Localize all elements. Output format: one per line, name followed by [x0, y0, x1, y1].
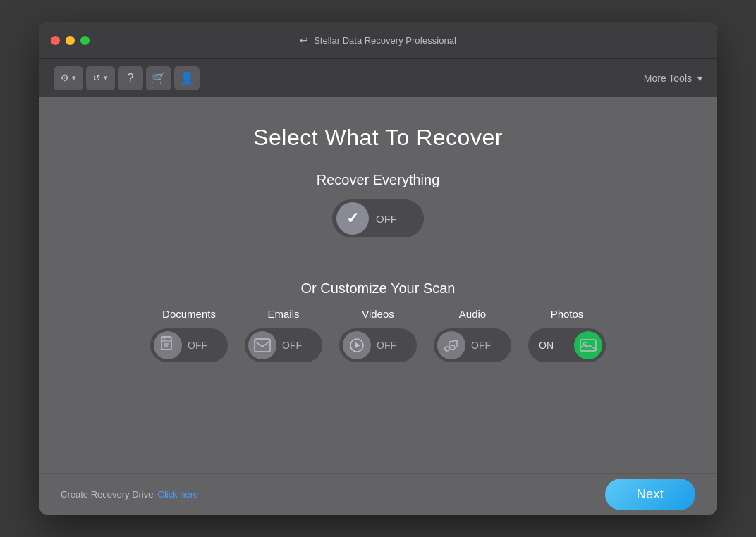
emails-label: Emails	[267, 308, 299, 320]
more-tools-chevron-icon: ▾	[697, 73, 702, 84]
more-tools-label: More Tools	[644, 73, 692, 84]
videos-toggle-label: OFF	[371, 340, 402, 351]
video-icon	[349, 338, 365, 353]
recover-everything-section: Recover Everything ✓ OFF	[317, 172, 440, 237]
photos-toggle[interactable]: ON	[528, 328, 606, 362]
documents-toggle-label: OFF	[182, 340, 213, 351]
app-window: ↩ Stellar Data Recovery Professional ⚙ ▾…	[39, 22, 717, 515]
audio-knob	[437, 331, 465, 359]
audio-icon	[443, 338, 460, 353]
help-button[interactable]: ?	[118, 66, 143, 90]
file-types-row: Documents OFF Emails	[150, 308, 606, 362]
photos-toggle-label: ON	[532, 340, 559, 351]
help-icon: ?	[128, 72, 134, 85]
app-icon: ↩	[300, 35, 308, 46]
documents-item: Documents OFF	[150, 308, 228, 362]
videos-toggle[interactable]: OFF	[339, 328, 417, 362]
maximize-button[interactable]	[80, 36, 90, 45]
recover-everything-toggle[interactable]: ✓ OFF	[332, 199, 424, 237]
toolbar: ⚙ ▾ ↺ ▾ ? 🛒 👤 More Tools ▾	[39, 58, 717, 97]
history-icon: ↺	[93, 73, 101, 83]
customize-scan-label: Or Customize Your Scan	[301, 280, 456, 297]
bottom-bar: Create Recovery Drive Click here Next	[39, 473, 717, 515]
emails-toggle-label: OFF	[276, 340, 307, 351]
settings-icon: ⚙	[61, 73, 69, 83]
documents-knob	[154, 331, 182, 359]
videos-label: Videos	[362, 308, 394, 320]
svg-marker-5	[355, 342, 360, 348]
audio-item: Audio OFF	[434, 308, 511, 362]
history-button[interactable]: ↺ ▾	[86, 66, 115, 90]
minimize-button[interactable]	[66, 36, 75, 45]
videos-knob	[343, 331, 371, 359]
svg-rect-3	[255, 339, 270, 352]
window-title: Stellar Data Recovery Professional	[314, 35, 456, 46]
photos-label: Photos	[551, 308, 584, 320]
window-title-area: ↩ Stellar Data Recovery Professional	[300, 35, 456, 46]
doc-icon	[160, 336, 176, 354]
svg-rect-0	[161, 337, 171, 350]
page-title: Select What To Recover	[253, 125, 503, 151]
main-content: Select What To Recover Recover Everythin…	[39, 97, 717, 473]
recovery-drive-area: Create Recovery Drive Click here	[61, 489, 198, 500]
check-icon: ✓	[346, 209, 359, 228]
photo-icon	[580, 338, 597, 352]
audio-toggle[interactable]: OFF	[434, 328, 511, 362]
videos-item: Videos OFF	[339, 308, 417, 362]
recover-everything-knob[interactable]: ✓	[336, 202, 369, 235]
toolbar-left: ⚙ ▾ ↺ ▾ ? 🛒 👤	[54, 66, 200, 90]
documents-toggle[interactable]: OFF	[150, 328, 228, 362]
emails-toggle[interactable]: OFF	[245, 328, 322, 362]
recover-everything-label: Recover Everything	[317, 172, 440, 188]
settings-button[interactable]: ⚙ ▾	[54, 66, 83, 90]
photos-knob	[574, 331, 602, 359]
email-icon	[254, 338, 271, 352]
audio-label: Audio	[459, 308, 486, 320]
traffic-lights	[51, 36, 90, 45]
account-button[interactable]: 👤	[174, 66, 200, 90]
emails-item: Emails OFF	[245, 308, 322, 362]
account-icon: 👤	[180, 71, 194, 85]
svg-point-7	[451, 345, 455, 350]
documents-label: Documents	[162, 308, 216, 320]
recover-everything-toggle-label: OFF	[369, 213, 404, 225]
section-divider	[68, 266, 688, 266]
cart-button[interactable]: 🛒	[146, 66, 171, 90]
close-button[interactable]	[51, 36, 60, 45]
svg-point-6	[445, 347, 449, 351]
cart-icon: 🛒	[152, 71, 166, 85]
history-chevron-icon: ▾	[104, 73, 108, 82]
audio-toggle-label: OFF	[465, 340, 496, 351]
recovery-drive-label: Create Recovery Drive	[61, 489, 154, 500]
emails-knob	[248, 331, 276, 359]
settings-chevron-icon: ▾	[72, 73, 76, 82]
more-tools-button[interactable]: More Tools ▾	[644, 73, 702, 84]
click-here-link[interactable]: Click here	[158, 489, 199, 500]
title-bar: ↩ Stellar Data Recovery Professional	[39, 22, 717, 58]
photos-item: Photos ON	[528, 308, 606, 362]
next-button[interactable]: Next	[605, 479, 695, 510]
